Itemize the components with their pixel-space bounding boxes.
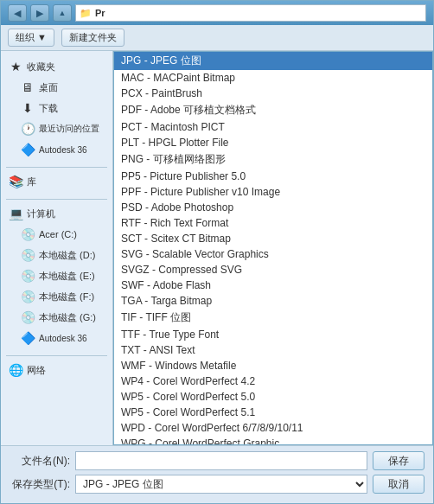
cancel-button[interactable]: 取消 (373, 475, 424, 494)
dropdown-item-8[interactable]: PNG - 可移植网络图形 (114, 150, 432, 169)
dropdown-item-14[interactable]: SVG - Scalable Vector Graphics (114, 246, 432, 262)
sidebar-item-autodesk2[interactable]: 🔷 Autodesk 36 (1, 328, 112, 348)
content-area: ★ 收藏夹 🖥 桌面 ⬇ 下载 🕐 最近访问的位置 🔷 Autodes (1, 51, 433, 445)
sidebar-disk-f-label: 本地磁盘 (F:) (39, 290, 94, 303)
forward-button[interactable]: ▶ (30, 4, 49, 22)
filename-input[interactable] (75, 451, 367, 470)
favorites-icon: ★ (8, 59, 23, 74)
sidebar: ★ 收藏夹 🖥 桌面 ⬇ 下载 🕐 最近访问的位置 🔷 Autodes (1, 51, 113, 445)
dropdown-item-26[interactable]: WPG - Corel WordPerfect Graphic (114, 436, 432, 445)
sidebar-item-network[interactable]: 🌐 网络 (1, 360, 112, 380)
downloads-icon: ⬇ (20, 100, 35, 116)
sidebar-divider-1 (6, 167, 107, 168)
filetype-row: 保存类型(T): JP2 - JPEG 2000 位图JPG - JPEG 位图… (10, 475, 424, 494)
drive-f-icon: 💿 (20, 289, 35, 304)
dropdown-item-12[interactable]: RTF - Rich Text Format (114, 215, 432, 231)
file-area: JP2 - JPEG 2000 位图JPG - JPEG 位图MAC - MAC… (113, 51, 433, 445)
dropdown-item-25[interactable]: WPD - Corel WordPerfect 6/7/8/9/10/11 (114, 420, 432, 436)
dropdown-item-19[interactable]: TTF - True Type Font (114, 327, 432, 342)
sidebar-computer-label: 计算机 (27, 207, 55, 220)
sidebar-desktop-label: 桌面 (39, 81, 58, 94)
dropdown-item-4[interactable]: PCX - PaintBrush (114, 86, 432, 101)
dropdown-item-15[interactable]: SVGZ - Compressed SVG (114, 262, 432, 278)
export-dialog: ◀ ▶ ▲ 📁 Pr 组织 ▼ 新建文件夹 ★ 收藏夹 🖥 桌面 (0, 0, 434, 504)
save-button[interactable]: 保存 (373, 451, 424, 470)
new-folder-button[interactable]: 新建文件夹 (61, 29, 124, 47)
dropdown-item-3[interactable]: MAC - MACPaint Bitmap (114, 70, 432, 86)
dropdown-item-13[interactable]: SCT - Scitex CT Bitmap (114, 231, 432, 246)
sidebar-item-acer[interactable]: 💿 Acer (C:) (1, 224, 112, 245)
sidebar-disk-g-label: 本地磁盘 (G:) (39, 311, 96, 324)
autodesk2-icon: 🔷 (20, 330, 35, 346)
sidebar-item-downloads[interactable]: ⬇ 下载 (1, 98, 112, 118)
drive-d-icon: 💿 (20, 247, 35, 263)
dropdown-item-18[interactable]: TIF - TIFF 位图 (114, 309, 432, 327)
dropdown-item-9[interactable]: PP5 - Picture Publisher 5.0 (114, 169, 432, 184)
dropdown-item-2[interactable]: JPG - JPEG 位图 (114, 52, 432, 70)
toolbar: 组织 ▼ 新建文件夹 (1, 25, 433, 51)
dropdown-item-20[interactable]: TXT - ANSI Text (114, 342, 432, 358)
organize-button[interactable]: 组织 ▼ (8, 29, 54, 47)
bottom-area: 文件名(N): 保存 保存类型(T): JP2 - JPEG 2000 位图JP… (1, 445, 433, 503)
favorites-section: ★ 收藏夹 🖥 桌面 ⬇ 下载 🕐 最近访问的位置 🔷 Autodes (1, 56, 112, 160)
dropdown-item-24[interactable]: WP5 - Corel WordPerfect 5.1 (114, 405, 432, 420)
dropdown-item-10[interactable]: PPF - Picture Publisher v10 Image (114, 184, 432, 200)
dropdown-item-11[interactable]: PSD - Adobe Photoshop (114, 200, 432, 215)
path-text: Pr (95, 8, 105, 18)
back-button[interactable]: ◀ (8, 4, 27, 22)
sidebar-item-autodesk[interactable]: 🔷 Autodesk 36 (1, 139, 112, 160)
sidebar-item-disk-g[interactable]: 💿 本地磁盘 (G:) (1, 307, 112, 328)
sidebar-disk-e-label: 本地磁盘 (E:) (39, 270, 95, 283)
dropdown-item-6[interactable]: PCT - Macintosh PICT (114, 119, 432, 135)
dropdown-item-5[interactable]: PDF - Adobe 可移植文档格式 (114, 101, 432, 119)
filetype-label: 保存类型(T): (10, 477, 70, 492)
sidebar-network-label: 网络 (27, 364, 46, 377)
dropdown-item-21[interactable]: WMF - Windows Metafile (114, 358, 432, 373)
sidebar-acer-label: Acer (C:) (39, 229, 77, 239)
top-bar: ◀ ▶ ▲ 📁 Pr (1, 1, 433, 25)
sidebar-autodesk2-label: Autodesk 36 (39, 334, 87, 343)
sidebar-item-favorites-label: 收藏夹 (27, 61, 55, 73)
sidebar-item-library[interactable]: 📚 库 (1, 171, 112, 192)
network-section: 🌐 网络 (1, 360, 112, 380)
sidebar-item-favorites[interactable]: ★ 收藏夹 (1, 56, 112, 77)
library-icon: 📚 (8, 174, 23, 189)
network-icon: 🌐 (8, 362, 23, 378)
drive-g-icon: 💿 (20, 309, 35, 325)
dropdown-item-17[interactable]: TGA - Targa Bitmap (114, 293, 432, 309)
sidebar-divider-3 (6, 355, 107, 356)
dropdown-item-22[interactable]: WP4 - Corel WordPerfect 4.2 (114, 373, 432, 389)
dropdown-item-7[interactable]: PLT - HPGL Plotter File (114, 135, 432, 150)
filetype-select[interactable]: JP2 - JPEG 2000 位图JPG - JPEG 位图MAC - MAC… (75, 475, 367, 494)
sidebar-autodesk-label: Autodesk 36 (39, 145, 87, 155)
sidebar-item-disk-f[interactable]: 💿 本地磁盘 (F:) (1, 286, 112, 307)
sidebar-item-desktop[interactable]: 🖥 桌面 (1, 77, 112, 98)
computer-icon: 💻 (8, 206, 23, 221)
sidebar-disk-d-label: 本地磁盘 (D:) (39, 249, 95, 262)
sidebar-library-label: 库 (27, 175, 36, 188)
drive-c-icon: 💿 (20, 226, 35, 242)
format-dropdown[interactable]: JP2 - JPEG 2000 位图JPG - JPEG 位图MAC - MAC… (113, 51, 433, 445)
sidebar-item-computer[interactable]: 💻 计算机 (1, 203, 112, 224)
sidebar-downloads-label: 下载 (39, 102, 58, 115)
recent-icon: 🕐 (20, 121, 35, 137)
dropdown-item-23[interactable]: WP5 - Corel WordPerfect 5.0 (114, 389, 432, 405)
filename-label: 文件名(N): (10, 454, 70, 469)
sidebar-divider-2 (6, 199, 107, 200)
dropdown-item-16[interactable]: SWF - Adobe Flash (114, 278, 432, 293)
sidebar-item-disk-e[interactable]: 💿 本地磁盘 (E:) (1, 265, 112, 286)
sidebar-item-disk-d[interactable]: 💿 本地磁盘 (D:) (1, 245, 112, 265)
filename-row: 文件名(N): 保存 (10, 451, 424, 470)
computer-section: 💻 计算机 💿 Acer (C:) 💿 本地磁盘 (D:) 💿 本地磁盘 (E:… (1, 203, 112, 348)
drive-e-icon: 💿 (20, 268, 35, 284)
sidebar-recent-label: 最近访问的位置 (39, 123, 99, 135)
autodesk-icon: 🔷 (20, 142, 35, 157)
library-section: 📚 库 (1, 171, 112, 192)
up-button[interactable]: ▲ (53, 4, 72, 22)
desktop-icon: 🖥 (20, 80, 35, 95)
sidebar-item-recent[interactable]: 🕐 最近访问的位置 (1, 118, 112, 139)
path-icon: 📁 (80, 8, 92, 19)
path-bar: 📁 Pr (75, 4, 426, 22)
